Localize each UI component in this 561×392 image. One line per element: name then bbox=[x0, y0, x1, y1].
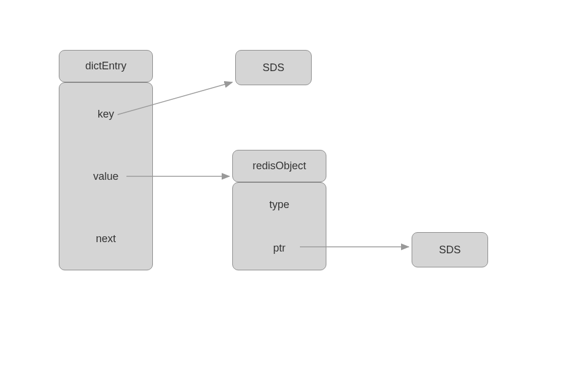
dictentry-header-label: dictEntry bbox=[85, 60, 126, 72]
sds-1-label: SDS bbox=[262, 62, 284, 74]
redisobject-ptr-label: ptr bbox=[273, 242, 285, 254]
sds-2-label: SDS bbox=[439, 244, 460, 256]
dictentry-header: dictEntry bbox=[59, 50, 153, 82]
sds-box-2: SDS bbox=[412, 232, 488, 267]
redisobject-header-label: redisObject bbox=[252, 160, 306, 172]
redisobject-type: type bbox=[233, 183, 326, 226]
dictentry-next-label: next bbox=[96, 233, 116, 245]
dictentry-value: value bbox=[59, 145, 152, 207]
dictentry-key-label: key bbox=[98, 108, 114, 120]
redisobject-header: redisObject bbox=[232, 150, 326, 182]
dictentry-body: key value next bbox=[59, 82, 153, 270]
redisobject-body: type ptr bbox=[232, 182, 326, 270]
dictentry-value-label: value bbox=[93, 170, 118, 183]
redisobject-type-label: type bbox=[269, 199, 289, 211]
dictentry-key: key bbox=[59, 83, 152, 145]
sds-box-1: SDS bbox=[235, 50, 312, 85]
dictentry-next: next bbox=[59, 207, 152, 270]
redisobject-ptr: ptr bbox=[233, 226, 326, 270]
